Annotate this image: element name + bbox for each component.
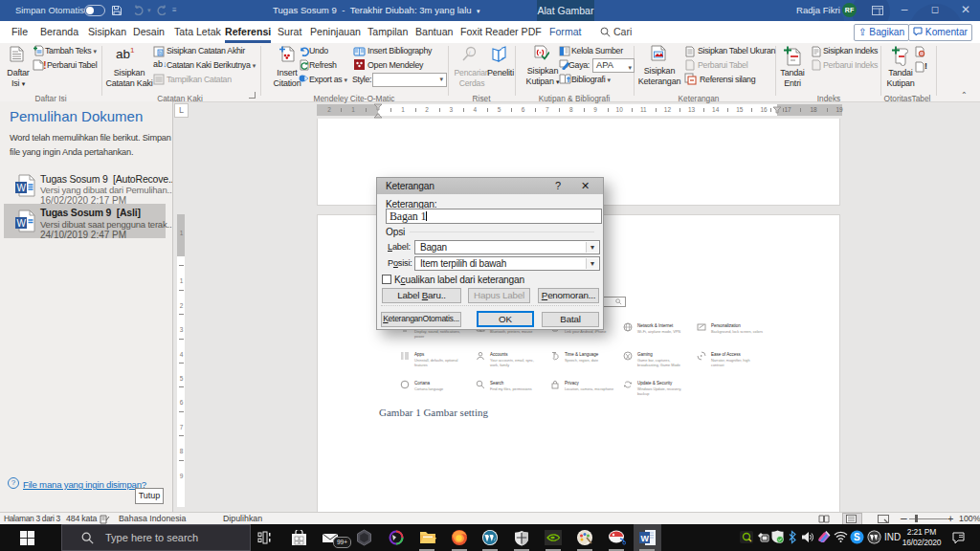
svg-text:W: W	[17, 183, 27, 193]
svg-text:W: W	[17, 218, 27, 229]
svg-text:b: b	[159, 50, 162, 55]
svg-text:i: i	[469, 50, 471, 55]
svg-text:W: W	[641, 534, 650, 543]
svg-text:S: S	[854, 532, 860, 542]
